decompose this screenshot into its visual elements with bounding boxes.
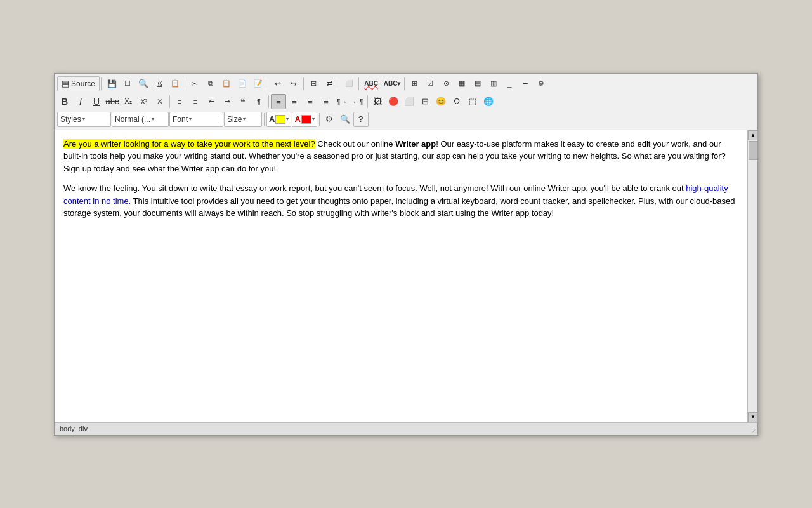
save-button[interactable]: 💾 [104,76,119,91]
hr2-button[interactable]: ━ [518,76,533,91]
radio-icon: ⊙ [443,79,449,88]
table-button[interactable]: ⊞ [407,76,422,91]
paste-text-icon: 📄 [238,79,247,88]
scroll-down-button[interactable]: ▼ [748,412,758,422]
hr-icon: ⎯ [508,80,512,88]
align-center-button[interactable]: ≡ [287,94,302,109]
cut-button[interactable]: ✂ [187,76,202,91]
table4-button[interactable]: ▥ [486,76,501,91]
smiley-button[interactable]: 😊 [433,94,449,109]
help-icon: ? [358,114,363,124]
scroll-up-button[interactable]: ▲ [748,130,758,140]
resize-handle[interactable]: ⟋ [750,427,757,435]
bg-color-button[interactable]: A ▾ [292,112,317,127]
block-dir-button[interactable]: ¶ [251,94,266,109]
scroll-thumb[interactable] [749,141,757,160]
iframe-button[interactable]: 🌐 [481,94,496,109]
strikethrough-button[interactable]: abc [105,94,120,109]
align-center-icon: ≡ [292,97,297,106]
undo-button[interactable]: ↩ [270,76,285,91]
zoom-button[interactable]: 🔍 [337,112,353,127]
styles-dropdown[interactable]: Styles ▾ [57,112,111,127]
table4-icon: ▥ [490,79,497,88]
superscript-button[interactable]: X² [136,94,152,109]
insert-flash-button[interactable]: 🔴 [386,94,401,109]
replace-icon: ⇄ [327,79,332,88]
align-right-button[interactable]: ≡ [303,94,318,109]
insert-table-button[interactable]: ⬜ [402,94,417,109]
outdent-button[interactable]: ⇤ [204,94,219,109]
new-page-button[interactable]: ☐ [120,76,135,91]
normal-dropdown[interactable]: Normal (... ▾ [112,112,169,127]
strikethrough-icon: abc [106,97,119,106]
italic-icon: I [79,97,82,107]
table2-button[interactable]: ▦ [454,76,469,91]
font-color-button[interactable]: A ▾ [266,112,291,127]
font-dropdown[interactable]: Font ▾ [169,112,223,127]
align-justify-icon: ≡ [324,97,329,106]
align-left-button[interactable]: ≡ [271,94,286,109]
toolbar-row-1: ▤ Source 💾 ☐ 🔍 🖨 📋 [57,75,755,93]
status-div[interactable]: div [79,425,88,432]
special-char-icon: Ω [454,97,460,106]
templates-button[interactable]: 📋 [167,76,183,91]
ordered-list-button[interactable]: ≡ [172,94,187,109]
print-button[interactable]: 🖨 [152,76,167,91]
preview-button[interactable]: 🔍 [136,76,151,91]
status-body[interactable]: body [60,425,75,432]
italic-button[interactable]: I [73,94,88,109]
replace-button[interactable]: ⇄ [322,76,337,91]
remove-format-button[interactable]: ✕ [152,94,167,109]
normal-arrow-icon: ▾ [152,116,154,122]
select-all-button[interactable]: ⬜ [341,76,357,91]
redo-button[interactable]: ↪ [286,76,301,91]
spellcheck-button[interactable]: ABC [361,76,381,91]
subscript-button[interactable]: X₂ [121,94,136,109]
copy-button[interactable]: ⧉ [203,76,218,91]
templates-icon: 📋 [171,79,180,88]
source-label: Source [71,79,95,88]
spellcheck2-button[interactable]: ABC▾ [382,76,402,91]
checkbox-button[interactable]: ☑ [422,76,438,91]
editor-body[interactable]: Are you a writer looking for a way to ta… [55,130,747,422]
styles2-button[interactable]: ⚙ [322,112,337,127]
hr-button[interactable]: ⎯ [502,76,517,91]
blockquote-button[interactable]: ❝ [235,94,251,109]
ltr-icon: ¶→ [337,98,348,105]
unordered-list-button[interactable]: ≡ [188,94,203,109]
page-break-button[interactable]: ⬚ [465,94,480,109]
content-area: Are you a writer looking for a way to ta… [55,130,757,422]
paste-button[interactable]: 📋 [219,76,234,91]
paste-word-icon: 📝 [254,79,263,88]
table2-icon: ▦ [459,79,465,88]
align-justify-button[interactable]: ≡ [318,94,334,109]
para2-text-2: This intuitive tool provides all you nee… [63,196,735,218]
bg-color-indicator [301,115,311,124]
copy-icon: ⧉ [208,79,213,88]
indent-button[interactable]: ⇥ [219,94,235,109]
more-button[interactable]: ⚙ [534,76,549,91]
special-char-button[interactable]: Ω [449,94,464,109]
preview-icon: 🔍 [138,79,148,88]
insert-image-button[interactable]: 🖼 [370,94,385,109]
rtl-button[interactable]: ←¶ [350,94,365,109]
size-label: Size [227,115,242,124]
help-button[interactable]: ? [353,112,369,127]
paste-word-button[interactable]: 📝 [251,76,266,91]
size-dropdown[interactable]: Size ▾ [224,112,262,127]
insert-hr-button[interactable]: ⊟ [417,94,433,109]
radio-button[interactable]: ⊙ [438,76,454,91]
bold-button[interactable]: B [57,94,72,109]
hr2-icon: ━ [523,79,528,88]
superscript-icon: X² [141,98,148,105]
table3-button[interactable]: ▤ [470,76,485,91]
find-button[interactable]: ⊟ [306,76,321,91]
unordered-list-icon: ≡ [193,98,197,105]
source-button[interactable]: ▤ Source [57,76,100,91]
scrollbar: ▲ ▼ [747,130,757,422]
underline-button[interactable]: U [89,94,104,109]
remove-format-icon: ✕ [157,97,163,106]
ltr-button[interactable]: ¶→ [334,94,350,109]
source-icon: ▤ [62,79,69,88]
paste-text-button[interactable]: 📄 [235,76,250,91]
